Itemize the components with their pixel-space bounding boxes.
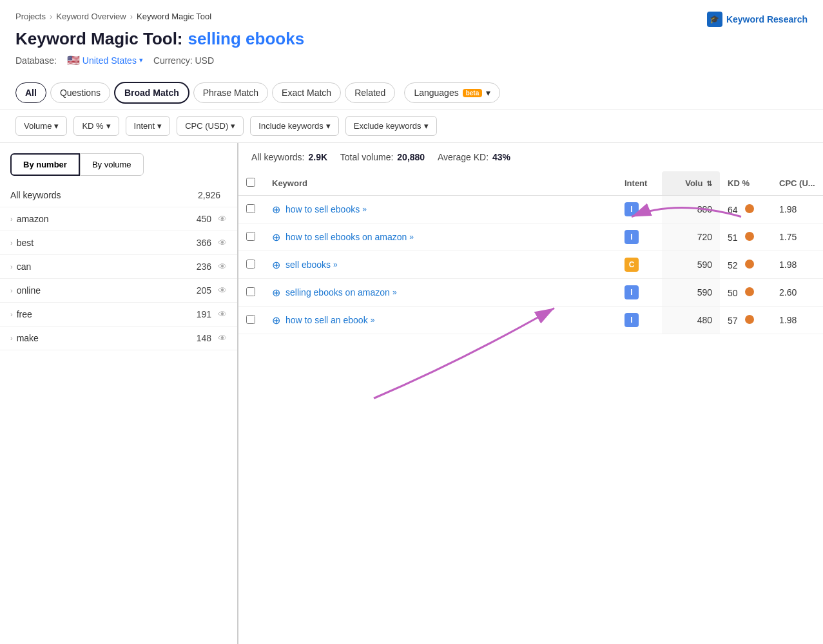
row2-intent-cell: I: [617, 223, 662, 251]
eye-icon-best[interactable]: 👁: [218, 238, 227, 248]
row2-kd-dot: [745, 232, 754, 241]
volume-sort-icon: ⇅: [706, 180, 712, 187]
row2-arrows-icon: »: [409, 232, 414, 242]
row3-arrows-icon: »: [333, 260, 338, 269]
database-selector[interactable]: 🇺🇸 United States ▾: [67, 54, 143, 66]
sidebar-chevron-amazon: ›: [10, 215, 13, 223]
eye-icon-make[interactable]: 👁: [218, 333, 227, 343]
top-right-branding: 🎓 Keyword Research: [707, 12, 808, 27]
tab-questions[interactable]: Questions: [50, 82, 110, 103]
select-all-checkbox[interactable]: [246, 178, 255, 187]
row4-kd-dot: [745, 287, 754, 296]
eye-icon-can[interactable]: 👁: [218, 261, 227, 272]
row2-keyword-text: how to sell ebooks on amazon: [286, 232, 407, 242]
eye-icon-free[interactable]: 👁: [218, 309, 227, 319]
sidebar-amazon-label: amazon: [17, 214, 197, 224]
sidebar-row-online[interactable]: › online 205 👁: [0, 279, 237, 303]
row2-keyword-link[interactable]: ⊕ how to sell ebooks on amazon »: [272, 231, 609, 243]
page-title-container: Keyword Magic Tool: selling ebooks: [0, 26, 823, 52]
add-icon-row4: ⊕: [272, 287, 280, 299]
sidebar-row-all[interactable]: All keywords 2,926: [0, 184, 237, 207]
by-number-button[interactable]: By number: [10, 153, 80, 176]
cpc-label: CPC (USD): [185, 121, 228, 131]
row4-volume-cell: 590: [662, 279, 720, 307]
row5-checkbox[interactable]: [246, 315, 255, 324]
row3-intent-badge: C: [625, 258, 639, 272]
sidebar-online-count: 205: [197, 285, 211, 296]
total-volume-label: Total volume:: [340, 152, 393, 162]
sidebar-best-count: 366: [197, 238, 211, 248]
sidebar-row-can[interactable]: › can 236 👁: [0, 255, 237, 279]
volume-col-label: Volu: [685, 178, 702, 188]
row4-keyword-cell: ⊕ selling ebooks on amazon »: [264, 279, 617, 307]
add-icon-row2: ⊕: [272, 231, 280, 243]
kd-dropdown[interactable]: KD % ▾: [73, 116, 119, 136]
col-header-volume[interactable]: Volu ⇅: [662, 171, 720, 196]
tab-phrase-match[interactable]: Phrase Match: [193, 82, 268, 103]
tab-exact-match[interactable]: Exact Match: [272, 82, 341, 103]
volume-dropdown[interactable]: Volume ▾: [15, 116, 67, 136]
intent-dropdown[interactable]: Intent ▾: [126, 116, 171, 136]
row3-intent-cell: C: [617, 251, 662, 279]
eye-icon-amazon[interactable]: 👁: [218, 214, 227, 224]
total-volume-value: 20,880: [397, 152, 425, 162]
tab-broad-match[interactable]: Broad Match: [114, 82, 189, 104]
filter-row-2: Volume ▾ KD % ▾ Intent ▾ CPC (USD) ▾ Inc…: [0, 109, 823, 143]
row1-kd-value: 64: [728, 205, 738, 215]
main-content: By number By volume All keywords 2,926 ›…: [0, 143, 823, 644]
add-icon-row5: ⊕: [272, 314, 280, 327]
col-header-checkbox: [238, 171, 264, 196]
by-volume-button[interactable]: By volume: [80, 153, 144, 176]
table-row: ⊕ selling ebooks on amazon » I 590 50: [238, 279, 823, 307]
table-row: ⊕ how to sell an ebook » I 480 57: [238, 307, 823, 334]
sidebar-free-label: free: [17, 309, 197, 319]
sidebar-chevron-online: ›: [10, 287, 13, 294]
add-icon-row3: ⊕: [272, 259, 280, 271]
page-wrapper: Projects › Keyword Overview › Keyword Ma…: [0, 0, 823, 644]
row3-checkbox[interactable]: [246, 260, 255, 269]
row2-keyword-cell: ⊕ how to sell ebooks on amazon »: [264, 223, 617, 251]
row4-keyword-link[interactable]: ⊕ selling ebooks on amazon »: [272, 287, 609, 299]
sidebar-make-count: 148: [197, 333, 211, 343]
intent-label: Intent: [134, 121, 155, 131]
row3-cpc-cell: 1.98: [771, 251, 823, 279]
eye-icon-online[interactable]: 👁: [218, 285, 227, 296]
avg-kd-value: 43%: [492, 152, 510, 162]
col-header-kd: KD %: [720, 171, 771, 196]
page-subtitle: Database: 🇺🇸 United States ▾ Currency: U…: [0, 52, 823, 77]
breadcrumb-sep1: ›: [50, 12, 52, 21]
sidebar-row-amazon[interactable]: › amazon 450 👁: [0, 207, 237, 231]
row4-intent-badge: I: [625, 285, 639, 299]
kd-chevron-icon: ▾: [106, 121, 111, 131]
row5-cpc-cell: 1.98: [771, 307, 823, 334]
languages-dropdown[interactable]: Languages beta ▾: [404, 82, 500, 103]
breadcrumb-projects[interactable]: Projects: [15, 12, 46, 21]
keyword-research-label: Keyword Research: [726, 14, 808, 24]
row5-intent-badge: I: [625, 313, 639, 327]
all-keywords-value: 2.9K: [308, 152, 327, 162]
sidebar-row-free[interactable]: › free 191 👁: [0, 303, 237, 327]
row2-checkbox[interactable]: [246, 232, 255, 241]
sidebar-row-make[interactable]: › make 148 👁: [0, 327, 237, 350]
languages-chevron-icon: ▾: [486, 88, 490, 98]
sidebar-row-best[interactable]: › best 366 👁: [0, 231, 237, 255]
exclude-keywords-dropdown[interactable]: Exclude keywords ▾: [345, 116, 437, 136]
database-value: United States: [82, 55, 137, 66]
tab-related[interactable]: Related: [345, 82, 395, 103]
row4-checkbox[interactable]: [246, 287, 255, 296]
row1-keyword-link[interactable]: ⊕ how to sell ebooks »: [272, 204, 609, 216]
include-keywords-dropdown[interactable]: Include keywords ▾: [250, 116, 338, 136]
breadcrumb-keyword-overview[interactable]: Keyword Overview: [56, 12, 126, 21]
row1-checkbox[interactable]: [246, 204, 255, 213]
tab-all[interactable]: All: [15, 82, 46, 103]
page-title-text: Keyword Magic Tool:: [15, 29, 183, 49]
cpc-dropdown[interactable]: CPC (USD) ▾: [177, 116, 244, 136]
row2-kd-cell: 51: [720, 223, 771, 251]
sidebar-make-label: make: [17, 333, 197, 343]
row5-keyword-link[interactable]: ⊕ how to sell an ebook »: [272, 314, 609, 327]
breadcrumb: Projects › Keyword Overview › Keyword Ma…: [0, 0, 823, 26]
row5-kd-dot: [745, 315, 754, 324]
col-header-intent: Intent: [617, 171, 662, 196]
sidebar-chevron-can: ›: [10, 263, 13, 270]
row3-keyword-link[interactable]: ⊕ sell ebooks »: [272, 259, 609, 271]
